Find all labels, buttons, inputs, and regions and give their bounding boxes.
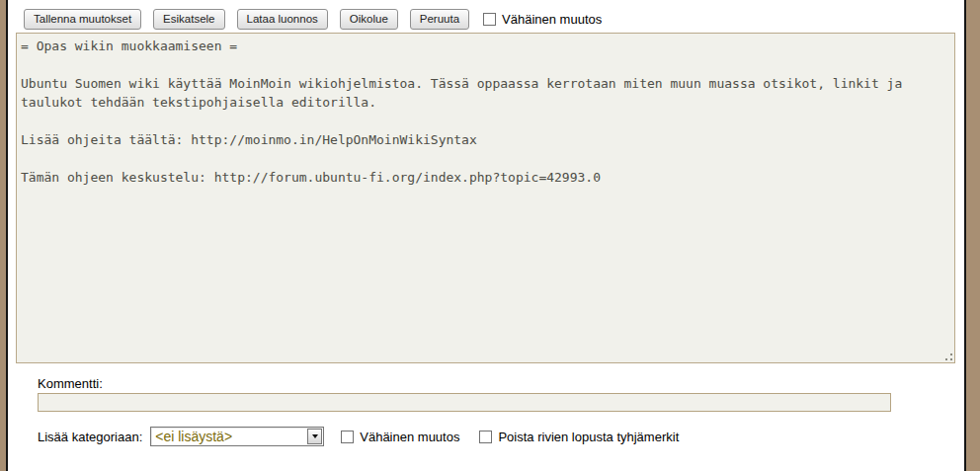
cancel-button[interactable]: Peruuta — [410, 9, 469, 30]
minor-edit-option-top: Vähäinen muutos — [483, 12, 602, 27]
comment-label: Kommentti: — [38, 376, 103, 391]
spellcheck-button[interactable]: Oikolue — [340, 9, 398, 30]
minor-edit-checkbox-top[interactable] — [483, 13, 496, 26]
comment-input[interactable] — [38, 393, 891, 412]
preview-button[interactable]: Esikatsele — [153, 9, 224, 30]
add-category-label: Lisää kategoriaan: — [38, 430, 142, 444]
wiki-edit-page: Tallenna muutokset Esikatsele Lataa luon… — [0, 0, 980, 471]
resize-grip-icon[interactable] — [943, 352, 952, 360]
strip-whitespace-option: Poista rivien lopusta tyhjämerkit — [479, 430, 679, 444]
editor-toolbar: Tallenna muutokset Esikatsele Lataa luon… — [24, 9, 602, 30]
minor-edit-checkbox-bottom[interactable] — [341, 431, 354, 443]
bottom-options-row: Lisää kategoriaan: <ei lisäystä> Vähäine… — [38, 427, 679, 446]
category-select[interactable]: <ei lisäystä> — [150, 427, 324, 446]
minor-edit-option-bottom: Vähäinen muutos — [341, 430, 459, 444]
strip-whitespace-label: Poista rivien lopusta tyhjämerkit — [498, 430, 679, 444]
load-draft-button[interactable]: Lataa luonnos — [237, 9, 328, 30]
save-changes-button[interactable]: Tallenna muutokset — [24, 9, 141, 30]
page-frame-right — [964, 0, 980, 471]
strip-whitespace-checkbox[interactable] — [479, 431, 492, 443]
minor-edit-label-top: Vähäinen muutos — [502, 12, 602, 27]
minor-edit-label-bottom: Vähäinen muutos — [360, 430, 459, 444]
select-dropdown-button[interactable] — [307, 429, 322, 444]
category-select-value: <ei lisäystä> — [151, 429, 307, 444]
wiki-editor-textarea[interactable]: = Opas wikin muokkaamiseen = Ubuntu Suom… — [16, 33, 955, 363]
page-frame-left — [0, 0, 8, 471]
chevron-down-icon — [312, 434, 318, 438]
